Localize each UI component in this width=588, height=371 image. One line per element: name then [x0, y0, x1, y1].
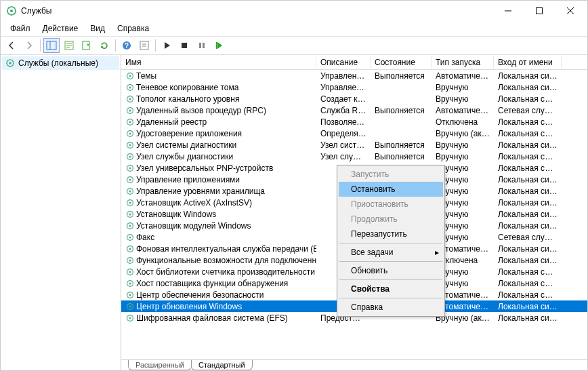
ctx-restart[interactable]: Перезапустить: [339, 227, 443, 241]
play-button[interactable]: [159, 38, 175, 53]
ctx-refresh[interactable]: Обновить: [339, 263, 443, 278]
ctx-stop[interactable]: Остановить: [339, 182, 443, 197]
service-row[interactable]: Удаленный вызов процедур (RPC)Служба R…В…: [121, 104, 587, 116]
ctx-help[interactable]: Справка: [339, 300, 443, 315]
minimize-button[interactable]: [492, 1, 524, 21]
svg-point-14: [9, 62, 12, 64]
restart-button[interactable]: [211, 38, 228, 53]
service-logon: Локальная сис…: [494, 175, 562, 184]
pause-button[interactable]: [194, 38, 210, 53]
tree-root-services[interactable]: Службы (локальные): [2, 56, 119, 70]
service-startup: Автоматиче…: [432, 71, 494, 81]
service-name: Узел универсальных PNP-устройств: [136, 163, 273, 173]
gear-icon: [125, 221, 135, 231]
window-title: Службы: [21, 6, 492, 16]
help-button[interactable]: ?: [119, 38, 135, 53]
svg-rect-10: [199, 43, 201, 48]
svg-point-1: [10, 9, 13, 12]
refresh-button[interactable]: [96, 38, 112, 53]
context-menu: Запустить Остановить Приостановить Продо…: [337, 165, 445, 317]
gear-icon: [125, 244, 135, 254]
column-state[interactable]: Состояние: [371, 56, 432, 69]
menu-help[interactable]: Справка: [112, 22, 154, 35]
list-pane: Имя Описание Состояние Тип запуска Вход …: [121, 55, 587, 370]
column-startup[interactable]: Тип запуска: [432, 56, 494, 69]
gear-icon: [125, 94, 135, 104]
gear-icon: [125, 106, 135, 115]
service-name: Факс: [136, 233, 154, 242]
ctx-continue: Продолжить: [339, 212, 443, 227]
service-name: Хост библиотеки счетчика производительно…: [136, 267, 315, 277]
service-name: Шифрованная файловая система (EFS): [136, 313, 288, 323]
service-description: Создает ка…: [316, 94, 371, 104]
toolbar-separator: [115, 39, 116, 52]
show-hide-tree-button[interactable]: [43, 38, 60, 53]
service-row[interactable]: Узел службы диагностикиУзел служ…Выполня…: [121, 151, 587, 162]
service-description: Узел сист…: [316, 140, 371, 150]
service-name: Установщик ActiveX (AxInstSV): [136, 198, 252, 208]
menu-action[interactable]: Действие: [37, 22, 84, 35]
service-logon: Локальная сис…: [494, 244, 562, 254]
export-list-button[interactable]: [79, 38, 95, 53]
service-startup: Вручную: [432, 94, 494, 104]
service-state: Выполняется: [371, 106, 432, 115]
gear-icon: [125, 290, 135, 300]
service-state: Выполняется: [371, 71, 432, 81]
service-startup: Вручную: [432, 140, 494, 150]
gear-icon: [125, 175, 135, 184]
svg-point-44: [129, 236, 131, 238]
properties-button[interactable]: [61, 38, 77, 53]
service-logon: Локальная сис…: [494, 210, 562, 219]
forward-button[interactable]: [21, 38, 37, 53]
gear-icon: [125, 129, 135, 138]
gear-icon: [125, 256, 135, 265]
service-logon: Локальная слу…: [494, 94, 562, 104]
service-row[interactable]: ТемыУправлен…ВыполняетсяАвтоматиче…Локал…: [121, 70, 587, 81]
service-row[interactable]: Теневое копирование томаУправляет…Вручну…: [121, 81, 587, 93]
service-row[interactable]: Тополог канального уровняСоздает ка…Вруч…: [121, 93, 587, 104]
stop-button[interactable]: [176, 38, 192, 53]
svg-point-38: [129, 201, 131, 203]
action-button[interactable]: [136, 38, 152, 53]
service-logon: Локальная сис…: [494, 71, 562, 81]
ctx-properties[interactable]: Свойства: [339, 281, 443, 296]
service-startup: Отключена: [432, 117, 494, 127]
svg-text:?: ?: [125, 42, 129, 50]
gear-icon: [125, 71, 135, 81]
service-logon: Локальная слу…: [494, 279, 562, 288]
svg-point-52: [129, 282, 131, 284]
service-logon: Локальная сис…: [494, 198, 562, 208]
service-description: Узел служ…: [316, 152, 371, 161]
service-name: Центр обновления Windows: [136, 302, 242, 311]
svg-point-20: [129, 98, 131, 100]
service-row[interactable]: Узел системы диагностикиУзел сист…Выполн…: [121, 139, 587, 151]
menu-view[interactable]: Вид: [85, 22, 110, 35]
svg-point-34: [129, 178, 131, 180]
gear-icon: [125, 163, 135, 173]
tab-extended[interactable]: Расширенный: [128, 360, 192, 370]
column-description[interactable]: Описание: [316, 56, 371, 69]
service-logon: Локальная слу…: [494, 152, 562, 161]
svg-point-18: [129, 86, 131, 88]
service-logon: Локальная слу…: [494, 117, 562, 127]
service-row[interactable]: Удостоверение приложенияОпределя…Вручную…: [121, 128, 587, 139]
gear-icon: [125, 198, 135, 208]
service-startup: Вручную: [432, 152, 494, 161]
service-description: Управляет…: [316, 83, 371, 92]
ctx-all-tasks[interactable]: Все задачи▸: [339, 245, 443, 260]
menu-file[interactable]: Файл: [5, 22, 36, 35]
service-description: Управлен…: [316, 71, 371, 81]
service-row[interactable]: Удаленный реестрПозволяет…ОтключенаЛокал…: [121, 116, 587, 128]
close-button[interactable]: [555, 1, 586, 21]
service-description: Определя…: [316, 129, 371, 138]
service-logon: Сетевая служба: [494, 106, 562, 115]
title-bar: Службы: [1, 1, 587, 21]
svg-point-42: [129, 224, 131, 227]
gear-icon: [125, 313, 135, 323]
tab-standard[interactable]: Стандартный: [191, 360, 253, 370]
column-logon[interactable]: Вход от имени: [494, 56, 562, 69]
maximize-button[interactable]: [524, 1, 555, 21]
column-name[interactable]: Имя: [121, 56, 316, 69]
back-button[interactable]: [3, 38, 20, 53]
svg-point-30: [129, 155, 131, 157]
